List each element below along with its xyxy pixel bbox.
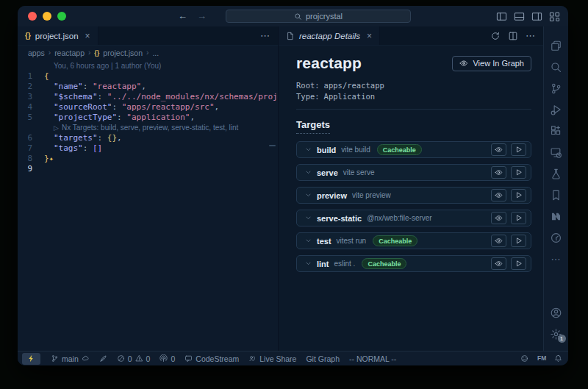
target-view-button[interactable]	[491, 257, 506, 270]
activity-item-codestream[interactable]	[544, 227, 569, 249]
play-icon	[514, 146, 523, 154]
activity-item-bookmarks[interactable]	[544, 185, 569, 206]
target-row-serve-static[interactable]: serve-static@nx/web:file-server	[296, 210, 531, 226]
target-run-button[interactable]	[511, 143, 526, 156]
target-row-test[interactable]: testvitest runCacheable	[296, 232, 531, 249]
chevron-down-icon[interactable]	[305, 260, 312, 267]
toggle-sidebar-left-icon[interactable]	[496, 11, 507, 22]
status-feedback[interactable]	[520, 354, 528, 363]
line-number: 7	[18, 143, 40, 154]
play-icon	[514, 168, 523, 176]
activity-item-more[interactable]: ⋯	[544, 249, 569, 270]
tab-reactapp-details[interactable]: reactapp Details ×	[279, 26, 380, 45]
target-run-button[interactable]	[511, 257, 526, 270]
target-run-button[interactable]	[511, 235, 526, 247]
activity-item-settings[interactable]: 1	[544, 324, 569, 345]
activity-item-account[interactable]	[544, 302, 569, 324]
activity-item-search[interactable]	[544, 57, 569, 78]
status-gitlens[interactable]	[99, 354, 107, 363]
status-broadcast-text: 0	[171, 354, 175, 363]
refresh-icon[interactable]	[490, 31, 501, 41]
chevron-down-icon[interactable]	[305, 146, 312, 153]
code-line[interactable]: 5"projectType": "application",	[18, 113, 278, 123]
activity-item-extensions[interactable]	[544, 121, 569, 142]
account-icon	[550, 307, 562, 319]
back-icon[interactable]: ←	[178, 10, 187, 21]
command-center-search[interactable]: projcrystal	[226, 10, 411, 23]
chevron-down-icon[interactable]	[305, 169, 312, 176]
code-line[interactable]: 6"targets": {},	[18, 133, 278, 143]
codelens-line: ▷Nx Targets: build, serve, preview, serv…	[18, 123, 278, 133]
target-view-button[interactable]	[491, 235, 506, 247]
status-codestream[interactable]: CodeStream	[184, 354, 239, 363]
chevron-down-icon[interactable]	[305, 215, 312, 221]
editor-sash-handle[interactable]	[269, 145, 276, 146]
activity-item-source-control[interactable]	[544, 78, 569, 99]
target-view-button[interactable]	[491, 143, 506, 156]
code-line[interactable]: 9	[18, 164, 278, 174]
code-line[interactable]: 4"sourceRoot": "apps/reactapp/src",	[18, 102, 278, 113]
toggle-sidebar-right-icon[interactable]	[531, 11, 542, 22]
status-git-graph[interactable]: Git Graph	[306, 354, 340, 363]
run-lens-icon[interactable]: ▷	[54, 124, 59, 132]
view-in-graph-button[interactable]: View In Graph	[452, 56, 531, 71]
activity-item-remote-explorer[interactable]	[544, 142, 569, 163]
target-view-button[interactable]	[491, 189, 506, 201]
target-row-lint[interactable]: linteslint .Cacheable	[296, 255, 531, 272]
close-tab-icon[interactable]: ×	[85, 31, 90, 41]
left-editor-actions: ⋯	[253, 26, 278, 45]
activity-item-run-debug[interactable]	[544, 99, 569, 121]
target-run-button[interactable]	[511, 189, 526, 201]
target-command: vite preview	[352, 191, 391, 199]
code-area[interactable]: You, 6 hours ago | 1 author (You)1{2"nam…	[18, 60, 278, 351]
breadcrumb-item-apps[interactable]: apps	[28, 49, 45, 57]
target-run-button[interactable]	[511, 166, 526, 179]
customize-layout-icon[interactable]	[549, 11, 560, 22]
code-line[interactable]: 7"tags": []	[18, 143, 278, 154]
target-view-button[interactable]	[491, 212, 506, 224]
activity-item-explorer[interactable]	[544, 35, 569, 57]
line-number: 8	[18, 154, 40, 164]
status-formatter[interactable]: FM	[537, 354, 545, 363]
code-line[interactable]: 3"$schema": "../../node_modules/nx/schem…	[18, 92, 278, 102]
forward-icon[interactable]: →	[197, 10, 207, 21]
nx-targets-codelens[interactable]: Nx Targets: build, serve, preview, serve…	[62, 124, 238, 132]
more-actions-icon[interactable]: ⋯	[526, 30, 536, 41]
breadcrumb-item-symbol[interactable]: ...	[152, 49, 159, 57]
close-window-button[interactable]	[28, 12, 37, 21]
target-view-button[interactable]	[491, 166, 506, 179]
more-actions-icon[interactable]: ⋯	[260, 30, 270, 41]
split-editor-icon[interactable]	[508, 31, 518, 41]
tab-project-json[interactable]: {} project.json ×	[18, 26, 98, 45]
toggle-panel-bottom-icon[interactable]	[514, 11, 525, 22]
close-tab-icon[interactable]: ×	[367, 31, 372, 41]
titlebar[interactable]: ← → projcrystal	[18, 6, 568, 26]
chevron-down-icon[interactable]	[305, 238, 312, 244]
code-line[interactable]: 2"name": "reactapp",	[18, 82, 278, 92]
play-icon	[514, 191, 523, 199]
target-name: preview	[317, 191, 347, 200]
breadcrumb-item-reactapp[interactable]: reactapp	[54, 49, 85, 57]
maximize-window-button[interactable]	[57, 12, 66, 21]
target-row-build[interactable]: buildvite buildCacheable	[296, 141, 531, 158]
code-line[interactable]: 1{	[18, 71, 278, 82]
status-vim-mode[interactable]: -- NORMAL --	[349, 354, 396, 363]
code-line[interactable]: 8}✦	[18, 154, 278, 164]
breadcrumb-item-file[interactable]: project.json	[103, 49, 143, 57]
status-remote-indicator[interactable]	[22, 353, 40, 365]
cacheable-badge: Cacheable	[362, 258, 406, 269]
minimize-window-button[interactable]	[43, 12, 51, 21]
activity-item-testing[interactable]	[544, 163, 569, 185]
target-run-button[interactable]	[511, 212, 526, 224]
status-git-branch[interactable]: main	[51, 354, 90, 363]
status-problems[interactable]: 00	[117, 354, 151, 363]
target-row-preview[interactable]: previewvite preview	[296, 187, 531, 204]
status-live-share[interactable]: Live Share	[248, 354, 296, 363]
status-notifications[interactable]	[554, 354, 562, 363]
status-git-branch-text: main	[62, 354, 79, 363]
project-meta: Root:apps/reactapp Type:Application	[296, 80, 531, 110]
status-broadcast[interactable]: 0	[159, 354, 175, 363]
target-row-serve[interactable]: servevite serve	[296, 164, 531, 181]
chevron-down-icon[interactable]	[305, 192, 312, 199]
activity-item-nx-console[interactable]	[544, 206, 569, 227]
